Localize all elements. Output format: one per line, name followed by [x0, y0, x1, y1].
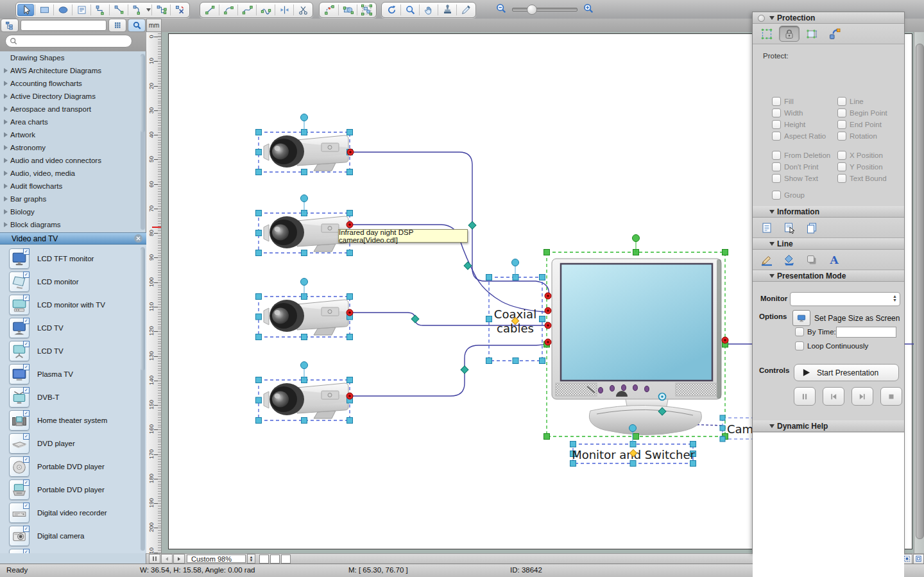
plasma-icon[interactable]: ✓: [9, 364, 30, 384]
checkbox-height[interactable]: Height: [772, 120, 805, 129]
monitor-tilt-icon[interactable]: ✓: [9, 271, 30, 292]
skip-end-button[interactable]: [851, 387, 873, 406]
disclosure-triangle-icon[interactable]: [4, 222, 8, 227]
scissors-tool[interactable]: [295, 4, 311, 16]
cctv-camera-shape-3[interactable]: [264, 300, 348, 335]
sidebar-category-active-directory-diagrams[interactable]: Active Directory Diagrams: [0, 90, 146, 103]
shape-item-lcd-monitor[interactable]: ✓LCD monitor: [0, 270, 146, 293]
monitor-dark-icon[interactable]: ✓: [9, 248, 30, 269]
checkbox-width[interactable]: Width: [772, 108, 803, 117]
zoom-out-icon[interactable]: [495, 3, 507, 17]
tree-connector-tool[interactable]: [153, 4, 169, 16]
direct-connector-tool[interactable]: [110, 4, 127, 16]
shape-item-lcd-tv[interactable]: ✓LCD TV: [0, 316, 146, 340]
shape-item-digital-camera[interactable]: ✓Digital camera: [0, 547, 146, 553]
tv-teal-tripod-icon[interactable]: ✓: [9, 341, 30, 361]
sidebar-category-audit-flowcharts[interactable]: Audit flowcharts: [0, 180, 146, 193]
page-tab-1[interactable]: [259, 555, 269, 564]
items-scrollbar[interactable]: [141, 247, 145, 551]
eyedropper-tool[interactable]: [458, 4, 474, 16]
cctv-camera-shape-4[interactable]: [264, 383, 348, 418]
shape-item-plasma-tv[interactable]: ✓Plasma TV: [0, 363, 146, 386]
by-time-checkbox[interactable]: By Time:: [795, 327, 836, 336]
disclosure-triangle-icon[interactable]: [4, 94, 8, 99]
checkbox-don-t-print[interactable]: Don't Print: [772, 162, 818, 171]
sidebar-category-aws-architecture-diagrams[interactable]: AWS Architecture Diagrams: [0, 64, 146, 77]
zoom-tool[interactable]: [402, 4, 418, 16]
connection-point-red[interactable]: [722, 337, 728, 343]
checkbox-x-position[interactable]: X Position: [837, 151, 883, 160]
delete-connector-tool[interactable]: [171, 4, 188, 16]
smart-connector-tool[interactable]: [92, 4, 108, 16]
shape-item-portable-dvd-player[interactable]: ✓Portable DVD player: [0, 455, 146, 478]
checkbox-text-bound[interactable]: Text Bound: [837, 174, 887, 183]
connector-cam4[interactable]: [350, 342, 549, 396]
checkbox-from-deletion[interactable]: From Deletion: [772, 151, 830, 160]
cctv-camera-shape-2[interactable]: [264, 216, 348, 252]
dvd-disc-icon[interactable]: ✓: [9, 456, 30, 477]
item-checkbox[interactable]: ✓: [23, 387, 30, 393]
library-search-button[interactable]: [128, 19, 146, 32]
cctv-camera-shape-1[interactable]: [264, 135, 348, 171]
checkbox-aspect-ratio[interactable]: Aspect Ratio: [772, 132, 826, 141]
item-checkbox[interactable]: ✓: [23, 433, 30, 440]
stop-button[interactable]: [880, 387, 902, 406]
disclosure-triangle-icon[interactable]: [4, 158, 8, 163]
line-tool[interactable]: [201, 4, 218, 16]
zoom-slider-track[interactable]: [512, 8, 578, 12]
close-icon[interactable]: [134, 234, 142, 243]
sidebar-category-drawing-shapes[interactable]: Drawing Shapes: [0, 51, 146, 64]
shape-item-dvb-t[interactable]: ✓DVB-T: [0, 386, 146, 409]
protect-size-icon[interactable]: [801, 26, 822, 42]
tree-view-button[interactable]: [1, 19, 19, 32]
shape-item-lcd-tft-monitor[interactable]: ✓LCD TFT monitor: [0, 247, 146, 270]
sidebar-category-aerospace-and-transport[interactable]: Aerospace and transport: [0, 103, 146, 116]
page-tab-3[interactable]: [281, 555, 291, 564]
select-arrow-tool[interactable]: [17, 4, 34, 16]
disclosure-triangle-icon[interactable]: [4, 107, 8, 112]
checkbox-group[interactable]: Group: [772, 191, 805, 200]
checkbox-show-text[interactable]: Show Text: [772, 174, 818, 183]
arc-tool[interactable]: [220, 4, 237, 16]
disclosure-triangle-icon[interactable]: [4, 68, 8, 73]
connection-point-red[interactable]: [346, 309, 353, 316]
sidebar-category-audio-and-video-connectors[interactable]: Audio and video connectors: [0, 154, 146, 167]
zoom-stepper[interactable]: ▲▼: [247, 554, 255, 564]
page-tab-2[interactable]: [270, 555, 280, 564]
connector-midpoint-handle[interactable]: [468, 221, 476, 229]
monitor-select[interactable]: ▲▼: [790, 292, 900, 306]
sidebar-category-astronomy[interactable]: Astronomy: [0, 141, 146, 154]
dvd-portable-icon[interactable]: ✓: [9, 479, 30, 500]
category-scrollbar[interactable]: [141, 54, 145, 230]
text-format-icon[interactable]: A: [824, 252, 844, 268]
shape-item-digital-video-recorder[interactable]: ✓Digital video recorder: [0, 501, 146, 524]
checkbox-y-position[interactable]: Y Position: [837, 162, 883, 171]
item-checkbox[interactable]: ✓: [23, 479, 30, 486]
camera-box-icon[interactable]: ✓: [9, 549, 30, 553]
dvd-slab-icon[interactable]: ✓: [9, 433, 30, 454]
shape-item-portable-dvd-player[interactable]: ✓Portable DVD player: [0, 478, 146, 501]
connection-point-red[interactable]: [545, 339, 551, 345]
connection-point-red[interactable]: [346, 221, 353, 228]
start-presentation-button[interactable]: Start Presentation: [794, 364, 899, 381]
sidebar-category-audio-video-media[interactable]: Audio, video, media: [0, 167, 146, 180]
checkbox-fill[interactable]: Fill: [772, 97, 794, 106]
connection-point-red[interactable]: [347, 149, 354, 155]
section-header-line[interactable]: Line: [753, 238, 904, 250]
pan-hand-tool[interactable]: [420, 4, 437, 16]
sidebar-category-bar-graphs[interactable]: Bar graphs: [0, 193, 146, 205]
sidebar-category-biology[interactable]: Biology: [0, 205, 146, 218]
disclosure-triangle-icon[interactable]: [4, 196, 8, 202]
collapse-dot[interactable]: [758, 15, 765, 22]
checkbox-begin-point[interactable]: Begin Point: [837, 108, 887, 117]
info-document-icon[interactable]: [757, 220, 777, 236]
shape-item-home-theater-system[interactable]: ✓Home theater system: [0, 409, 146, 432]
set-page-size-button[interactable]: [792, 310, 810, 326]
stamp-tool[interactable]: [439, 4, 456, 16]
disclosure-triangle-icon[interactable]: [4, 81, 8, 86]
section-header-presentation[interactable]: Presentation Mode: [753, 270, 904, 282]
group-shapes-tool[interactable]: [358, 4, 375, 16]
splitter-handle[interactable]: [149, 554, 160, 564]
connection-point-red[interactable]: [545, 307, 551, 314]
shadow-icon[interactable]: [801, 252, 822, 268]
